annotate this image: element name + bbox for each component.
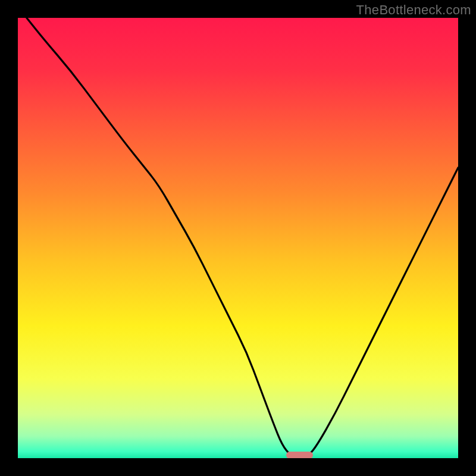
bottleneck-curve [18,18,458,458]
plot-area [18,18,458,458]
watermark-text: TheBottleneck.com [356,2,471,18]
chart-frame: TheBottleneck.com [0,0,476,476]
optimal-range-marker [286,452,312,458]
